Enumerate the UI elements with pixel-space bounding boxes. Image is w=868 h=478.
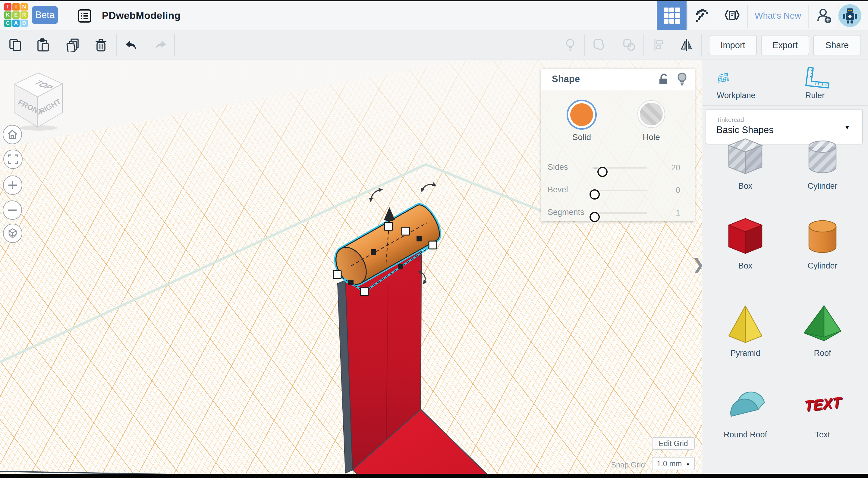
redo-icon [156, 41, 166, 50]
panel-divider [547, 149, 687, 149]
robot-avatar-image [840, 6, 860, 25]
segments-slider-knob[interactable] [590, 212, 600, 222]
header-divider [717, 5, 717, 28]
copy-button[interactable] [7, 36, 24, 53]
move-up-handle[interactable] [384, 207, 395, 221]
rotate-handle-top-left[interactable] [371, 190, 381, 201]
bevel-slider-row: Bevel 0 [541, 185, 695, 197]
duplicate-button[interactable] [64, 36, 81, 53]
solid-label: Solid [567, 132, 597, 142]
sides-slider-row: Sides 20 [541, 163, 695, 175]
bevel-slider-track[interactable] [592, 190, 647, 191]
bottom-taskbar [0, 474, 868, 478]
logo-tile: N [21, 3, 28, 10]
scale-handle-top[interactable] [384, 223, 393, 230]
paste-button[interactable] [34, 36, 51, 53]
shape-item-cylinder-hole[interactable]: Cylinder [794, 135, 851, 191]
shape-label: Text [815, 430, 830, 440]
slider-label: Sides [548, 163, 568, 172]
align-button[interactable] [650, 36, 667, 53]
import-button[interactable]: Import [709, 35, 757, 56]
edit-grid-button[interactable]: Edit Grid [652, 437, 695, 450]
design-title: PDwebModeling [102, 1, 181, 30]
sides-slider-track[interactable] [592, 167, 647, 169]
perspective-toggle-button[interactable] [3, 224, 22, 243]
segments-slider-track[interactable] [592, 212, 647, 214]
delete-button[interactable] [93, 36, 110, 53]
shape-item-text[interactable]: TEXT TEXT Text [794, 383, 851, 440]
undo-button[interactable] [123, 36, 140, 53]
header-divider [747, 5, 748, 28]
dashboard-grid-button[interactable] [657, 1, 687, 30]
shape-item-cylinder-orange[interactable]: Cylinder [794, 214, 851, 271]
tinkercad-app-window: TOP FRONT RIGHT Edit Grid Snap Grid 1.0 [0, 0, 868, 478]
pickaxe-icon [693, 7, 710, 24]
group-button[interactable] [591, 36, 608, 53]
codeblocks-icon [724, 7, 741, 24]
solid-swatch [570, 103, 593, 126]
logo-tile: A [12, 20, 20, 27]
toolbar-divider [644, 34, 644, 56]
logo-tile: T [4, 3, 11, 10]
snap-grid-select[interactable]: 1.0 mm ▲ [652, 457, 695, 470]
ungroup-button[interactable] [621, 36, 638, 53]
panel-collapse-chevron[interactable]: ❯ [692, 256, 702, 273]
export-button[interactable]: Export [761, 35, 809, 56]
bevel-slider-knob[interactable] [590, 189, 600, 200]
shape-item-pyramid[interactable]: Pyramid [717, 302, 774, 358]
design-menu-button[interactable] [78, 9, 92, 23]
account-avatar[interactable] [838, 4, 861, 27]
scale-handle-right[interactable] [429, 241, 437, 249]
shape-inspector-panel: Shape Solid Hole Sides 20 [541, 69, 695, 221]
logo-tile: C [4, 20, 11, 27]
share-button[interactable]: Share [813, 35, 861, 56]
slider-label: Bevel [548, 185, 568, 195]
lightbulb-icon[interactable] [677, 72, 687, 87]
tinkercad-logo[interactable]: T I N K E R C A D [4, 3, 28, 27]
caret-up-icon[interactable]: ▲ [685, 461, 690, 466]
shapes-sidebar: Workplane Ruler Tinkercad Basic Shapes ▼ [702, 30, 868, 478]
header-divider [808, 5, 809, 28]
show-all-lightbulb-icon [567, 39, 574, 47]
redo-button[interactable] [152, 36, 169, 53]
scale-handle-left[interactable] [333, 271, 341, 278]
shape-label: Round Roof [724, 430, 767, 440]
slider-value: 1 [655, 208, 680, 218]
unlock-icon[interactable] [657, 73, 670, 86]
toolbar-divider [701, 34, 702, 56]
workplane-helper-button[interactable]: Workplane [717, 66, 743, 100]
ruler-label: Ruler [799, 91, 831, 100]
minecraft-export-button[interactable] [693, 7, 710, 24]
group-icon [594, 40, 604, 49]
home-icon [8, 130, 17, 138]
snap-grid-value: 1.0 mm [657, 459, 682, 468]
home-view-button[interactable] [3, 125, 22, 144]
add-user-button[interactable] [815, 7, 832, 24]
scale-handle-front[interactable] [361, 288, 368, 296]
shape-item-roof[interactable]: Roof [794, 302, 851, 358]
zoom-in-icon [8, 181, 17, 189]
shape-item-box-red[interactable]: Box [717, 214, 774, 271]
solid-material-option[interactable] [567, 100, 597, 130]
shape-item-round-roof[interactable]: Round Roof [717, 383, 774, 440]
view-cube[interactable]: TOP FRONT RIGHT [12, 71, 66, 131]
grid-icon [663, 7, 681, 24]
red-l-shape-object[interactable] [0, 249, 491, 478]
hole-material-option[interactable] [638, 100, 665, 128]
mirror-button[interactable] [678, 36, 695, 53]
show-all-button[interactable] [562, 36, 579, 53]
shape-label: Roof [814, 348, 831, 358]
whats-new-link[interactable]: What's New [753, 1, 803, 30]
workplane-boundary-line [0, 164, 554, 362]
codeblocks-button[interactable] [724, 7, 741, 24]
zoom-in-button[interactable] [3, 175, 22, 195]
scale-handle-back[interactable] [402, 227, 410, 235]
sides-slider-knob[interactable] [597, 167, 608, 177]
rotate-handle-top-right[interactable] [422, 184, 435, 191]
shape-panel-title: Shape [552, 69, 580, 90]
shape-item-box-hole[interactable]: Box [717, 135, 774, 191]
ruler-helper-button[interactable]: Ruler [799, 66, 831, 100]
beta-badge[interactable]: Beta [32, 6, 58, 24]
fit-view-button[interactable] [3, 149, 23, 169]
zoom-out-button[interactable] [3, 201, 22, 220]
